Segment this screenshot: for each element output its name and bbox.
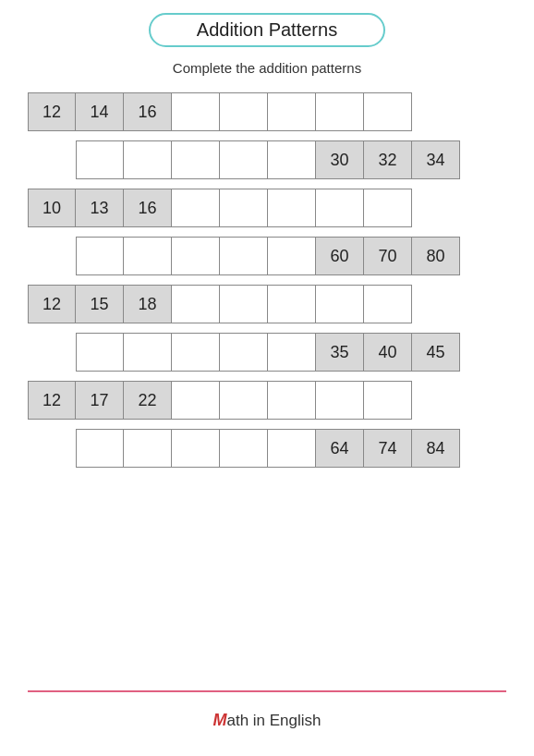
- footer: Math in English: [28, 690, 506, 738]
- cell-row8-7: 84: [412, 429, 460, 468]
- cell-row3-0: 10: [28, 189, 76, 227]
- cell-row2-6: 32: [364, 140, 412, 179]
- cell-row1-5[interactable]: [268, 92, 316, 131]
- cell-row4-0[interactable]: [76, 237, 124, 275]
- cell-row6-7: 45: [412, 333, 460, 372]
- cell-row8-1[interactable]: [124, 429, 172, 468]
- cell-row5-6[interactable]: [316, 285, 364, 323]
- footer-m: M: [212, 711, 226, 729]
- cell-row8-0[interactable]: [76, 429, 124, 468]
- cell-row2-7: 34: [412, 140, 460, 179]
- cell-row3-2: 16: [124, 189, 172, 227]
- cell-row1-0: 12: [28, 92, 76, 131]
- cell-row7-5[interactable]: [268, 381, 316, 420]
- subtitle: Complete the addition patterns: [173, 60, 361, 76]
- cell-row7-1: 17: [76, 381, 124, 420]
- footer-rest: ath in English: [226, 712, 321, 729]
- cell-row8-5: 64: [316, 429, 364, 468]
- cell-row4-2[interactable]: [172, 237, 220, 275]
- cell-row4-1[interactable]: [124, 237, 172, 275]
- page: Addition Patterns Complete the addition …: [0, 0, 534, 756]
- cell-row5-5[interactable]: [268, 285, 316, 323]
- cell-row1-6[interactable]: [316, 92, 364, 131]
- cell-row8-3[interactable]: [220, 429, 268, 468]
- cell-row1-2: 16: [124, 92, 172, 131]
- cell-row4-4[interactable]: [268, 237, 316, 275]
- cell-row8-4[interactable]: [268, 429, 316, 468]
- cell-row7-0: 12: [28, 381, 76, 420]
- cell-row2-1[interactable]: [124, 140, 172, 179]
- row1: 121416: [28, 92, 412, 131]
- cell-row7-2: 22: [124, 381, 172, 420]
- cell-row3-1: 13: [76, 189, 124, 227]
- cell-row6-3[interactable]: [220, 333, 268, 372]
- cell-row1-1: 14: [76, 92, 124, 131]
- cell-row7-3[interactable]: [172, 381, 220, 420]
- title-box: Addition Patterns: [149, 13, 385, 47]
- cell-row1-3[interactable]: [172, 92, 220, 131]
- cell-row2-4[interactable]: [268, 140, 316, 179]
- cell-row6-0[interactable]: [76, 333, 124, 372]
- cell-row2-5: 30: [316, 140, 364, 179]
- row7: 121722: [28, 381, 412, 420]
- cell-row7-4[interactable]: [220, 381, 268, 420]
- cell-row6-4[interactable]: [268, 333, 316, 372]
- row6: 354045: [76, 333, 460, 372]
- cell-row3-7[interactable]: [364, 189, 412, 227]
- cell-row5-7[interactable]: [364, 285, 412, 323]
- cell-row4-7: 80: [412, 237, 460, 275]
- cell-row7-6[interactable]: [316, 381, 364, 420]
- cell-row3-4[interactable]: [220, 189, 268, 227]
- cell-row6-6: 40: [364, 333, 412, 372]
- cell-row5-2: 18: [124, 285, 172, 323]
- row5: 121518: [28, 285, 412, 323]
- cell-row2-0[interactable]: [76, 140, 124, 179]
- cell-row8-6: 74: [364, 429, 412, 468]
- cell-row5-1: 15: [76, 285, 124, 323]
- cell-row6-1[interactable]: [124, 333, 172, 372]
- cell-row5-4[interactable]: [220, 285, 268, 323]
- cell-row3-3[interactable]: [172, 189, 220, 227]
- row3: 101316: [28, 189, 412, 227]
- cell-row4-3[interactable]: [220, 237, 268, 275]
- cell-row1-4[interactable]: [220, 92, 268, 131]
- row4: 607080: [76, 237, 460, 275]
- cell-row5-0: 12: [28, 285, 76, 323]
- cell-row8-2[interactable]: [172, 429, 220, 468]
- cell-row2-2[interactable]: [172, 140, 220, 179]
- cell-row3-6[interactable]: [316, 189, 364, 227]
- cell-row5-3[interactable]: [172, 285, 220, 323]
- row8: 647484: [76, 429, 460, 468]
- cell-row7-7[interactable]: [364, 381, 412, 420]
- cell-row1-7[interactable]: [364, 92, 412, 131]
- page-title: Addition Patterns: [197, 19, 337, 40]
- cell-row6-2[interactable]: [172, 333, 220, 372]
- cell-row6-5: 35: [316, 333, 364, 372]
- row2: 303234: [76, 140, 460, 179]
- cell-row2-3[interactable]: [220, 140, 268, 179]
- cell-row4-5: 60: [316, 237, 364, 275]
- footer-text: Math in English: [212, 711, 321, 730]
- cell-row3-5[interactable]: [268, 189, 316, 227]
- cell-row4-6: 70: [364, 237, 412, 275]
